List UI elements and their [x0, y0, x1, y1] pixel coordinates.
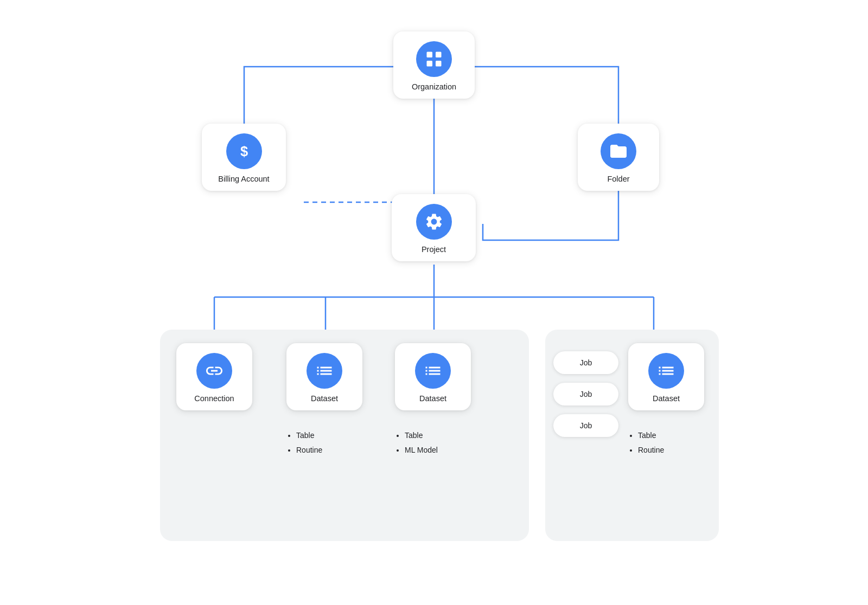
svg-rect-10 [427, 61, 433, 67]
billing-card: $ Billing Account [202, 124, 286, 191]
project-icon-circle [416, 204, 452, 240]
connection-label: Connection [194, 394, 234, 403]
dataset2-b2: ML Model [405, 443, 438, 458]
dataset1-b2: Routine [296, 443, 322, 458]
page-root: Organization $ Billing Account Folder Pr… [0, 0, 868, 605]
dataset2-b1: Table [405, 428, 438, 443]
dataset3-b2: Routine [638, 443, 664, 458]
dataset3-b1: Table [638, 428, 664, 443]
dataset3-label: Dataset [653, 394, 680, 403]
dataset3-bullets: Table Routine [628, 428, 664, 457]
org-icon-circle [416, 41, 452, 77]
job1-pill: Job [553, 351, 618, 374]
project-card: Project [392, 194, 476, 261]
job2-label: Job [580, 390, 592, 398]
svg-rect-11 [436, 61, 442, 67]
org-label: Organization [412, 82, 456, 91]
dataset2-label: Dataset [419, 394, 446, 403]
job3-label: Job [580, 421, 592, 430]
job1-label: Job [580, 358, 592, 367]
dataset3-card: Dataset [628, 343, 704, 410]
dataset2-bullets: Table ML Model [395, 428, 438, 457]
billing-icon-circle: $ [226, 133, 262, 169]
svg-rect-9 [436, 52, 442, 58]
connection-icon-circle [196, 353, 232, 389]
dataset1-b1: Table [296, 428, 322, 443]
organization-card: Organization [393, 31, 475, 99]
job2-pill: Job [553, 383, 618, 406]
dataset1-bullets: Table Routine [286, 428, 322, 457]
svg-rect-8 [427, 52, 433, 58]
svg-text:$: $ [240, 144, 247, 159]
dataset2-card: Dataset [395, 343, 471, 410]
dataset1-card: Dataset [286, 343, 362, 410]
canvas: Organization $ Billing Account Folder Pr… [136, 31, 732, 574]
dataset3-icon-circle [648, 353, 684, 389]
dataset1-icon-circle [307, 353, 342, 389]
job3-pill: Job [553, 414, 618, 437]
folder-label: Folder [607, 175, 629, 183]
billing-label: Billing Account [218, 175, 269, 183]
dataset2-icon-circle [415, 353, 451, 389]
connection-card: Connection [176, 343, 252, 410]
folder-icon-circle [601, 133, 636, 169]
project-label: Project [422, 245, 446, 254]
dataset1-label: Dataset [311, 394, 338, 403]
folder-card: Folder [578, 124, 659, 191]
